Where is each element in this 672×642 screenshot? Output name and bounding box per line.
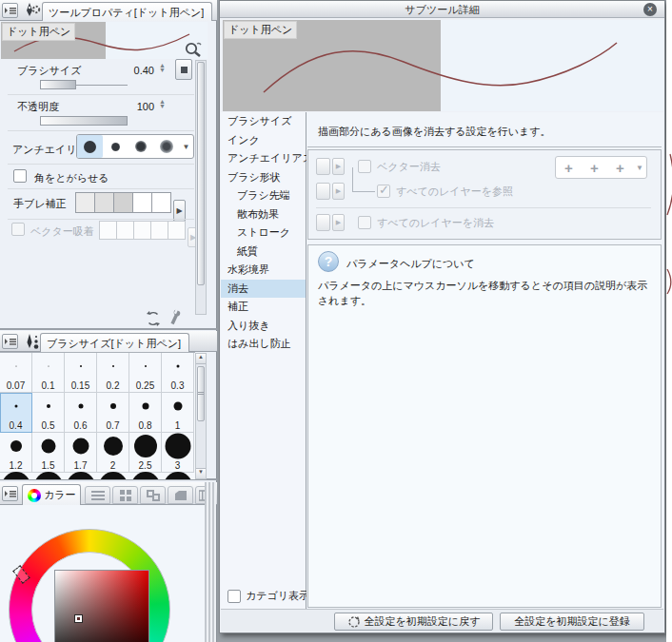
panel-menu-icon[interactable] [2, 334, 18, 349]
brush-size-cell[interactable]: 0.5 [32, 393, 65, 433]
refer-all-layers-checkbox[interactable]: ✓ [377, 185, 390, 198]
close-icon[interactable]: × [643, 3, 657, 16]
brush-size-cell[interactable]: 2.5 [129, 433, 162, 473]
erase-all-layers-label: すべてのレイヤーを消去 [377, 216, 494, 230]
category-item[interactable]: 入り抜き [221, 317, 306, 336]
brush-size-cell[interactable]: 0.15 [65, 353, 97, 393]
brush-size-cell[interactable]: 0.3 [162, 353, 194, 393]
tool-property-scrollbar[interactable] [195, 60, 207, 315]
panel-menu-icon[interactable] [2, 3, 18, 18]
brush-size-slider[interactable] [40, 80, 128, 89]
brush-size-cell-label: 0.5 [32, 420, 64, 431]
category-item[interactable]: 消去 [221, 280, 306, 299]
category-item[interactable]: 散布効果 [221, 205, 306, 224]
brush-size-cell[interactable]: 0.4 [0, 393, 32, 433]
tab-color-slider[interactable] [85, 486, 110, 504]
wrench-search-icon[interactable] [184, 41, 203, 58]
reset-defaults-icon[interactable] [145, 310, 162, 327]
category-item[interactable]: 補正 [221, 298, 306, 317]
color-tab-bar: カラー [0, 482, 217, 505]
brush-size-cell[interactable]: 1.2 [0, 433, 32, 473]
param-lock-button[interactable] [316, 214, 330, 231]
brush-size-cell[interactable]: 0.2 [97, 353, 129, 393]
brush-size-cell[interactable]: 0.7 [97, 393, 129, 433]
sv-marker[interactable] [74, 614, 83, 623]
plus-icon[interactable]: + [582, 160, 607, 176]
scroll-down-icon[interactable]: ▼ [196, 468, 206, 478]
brush-size-dynamics-button[interactable] [175, 59, 192, 80]
brush-size-value[interactable]: 0.40 [122, 65, 154, 76]
tab-color-history[interactable] [168, 486, 193, 504]
tab-intermediate-color[interactable] [140, 486, 166, 504]
brush-size-cell[interactable]: 0.8 [129, 393, 162, 433]
brush-dot [80, 365, 82, 367]
brush-dot [112, 365, 114, 367]
panel-resize-grip[interactable] [205, 482, 216, 642]
category-item[interactable]: はみ出し防止 [221, 335, 306, 354]
brush-size-cell[interactable]: 0.25 [129, 353, 162, 393]
aa-option-weak[interactable] [103, 135, 128, 158]
brush-dot [10, 440, 22, 452]
aa-option-none[interactable] [77, 135, 103, 158]
category-item[interactable]: 紙質 [221, 243, 306, 262]
category-item[interactable]: ブラシサイズ [221, 112, 306, 131]
scroll-up-icon[interactable]: ▲ [196, 354, 206, 364]
opacity-slider[interactable] [40, 116, 128, 126]
sv-square[interactable] [54, 570, 149, 642]
brush-size-cell[interactable]: 3 [162, 433, 194, 473]
category-item[interactable]: 水彩境界 [221, 261, 306, 280]
plus-icon[interactable]: + [607, 160, 633, 176]
register-all-settings-button[interactable]: 全設定を初期設定に登録 [500, 613, 644, 631]
param-expand-icon[interactable]: ▶ [332, 214, 345, 231]
category-toggle[interactable]: カテゴリ表示 [227, 589, 309, 603]
tab-color-set[interactable] [112, 486, 138, 504]
category-toggle-checkbox[interactable] [227, 590, 241, 603]
aa-dropdown-icon[interactable]: ▼ [179, 143, 193, 151]
category-item[interactable]: ストローク [221, 224, 306, 243]
param-lock-button[interactable] [316, 183, 330, 200]
brush-size-stepper[interactable]: ▲▼ [159, 63, 166, 72]
dialog-title[interactable]: サブツール詳細 [220, 1, 664, 18]
aa-option-medium[interactable] [128, 135, 154, 158]
brush-dot [104, 437, 123, 456]
brush-size-cell[interactable]: 1.7 [65, 433, 97, 473]
anti-aliasing-selector[interactable]: ▼ [76, 134, 194, 159]
brush-grid-scrollbar[interactable]: ▲ ▼ [195, 353, 207, 479]
plus-icon[interactable]: + [556, 160, 582, 176]
aa-option-strong[interactable] [153, 135, 179, 158]
plus-dropdown-icon[interactable]: ▼ [633, 164, 646, 172]
brush-size-cell[interactable]: 0.1 [32, 353, 65, 393]
sharp-corners-checkbox[interactable] [13, 169, 27, 183]
anti-aliasing-label: アンチエイリアス [12, 143, 75, 157]
brush-size-cell[interactable]: 0.6 [65, 393, 97, 433]
reset-all-settings-button[interactable]: 全設定を初期設定に戻す [334, 613, 493, 631]
tool-property-header: ツールプロパティ[ドット用ペン] [0, 0, 217, 21]
brush-size-cell[interactable]: 1 [162, 393, 194, 433]
param-lock-button[interactable] [316, 158, 330, 175]
category-item[interactable]: ブラシ先端 [221, 186, 306, 205]
vector-erase-checkbox[interactable] [358, 160, 371, 173]
register-all-label: 全設定を初期設定に登録 [514, 614, 630, 629]
wrench-icon[interactable] [168, 309, 187, 327]
category-item[interactable]: ブラシ形状 [221, 168, 306, 187]
brush-size-cell-label: 0.1 [32, 380, 64, 391]
tool-name-chip: ドット用ペン [2, 23, 75, 41]
opacity-value[interactable]: 100 [122, 101, 154, 112]
tool-name-chip: ドット用ペン [224, 21, 297, 39]
brush-size-cell[interactable]: 2 [97, 433, 129, 473]
brush-size-cell-label: 0.25 [129, 380, 161, 391]
param-expand-icon[interactable]: ▶ [332, 183, 345, 200]
opacity-stepper[interactable]: ▲▼ [159, 99, 166, 108]
brush-size-cell-label: 1.2 [0, 460, 31, 471]
category-item[interactable]: アンチエイリアス [221, 149, 306, 168]
brush-size-cell[interactable]: 0.07 [0, 353, 32, 393]
panel-menu-icon[interactable] [2, 486, 18, 501]
category-item[interactable]: インク [221, 131, 306, 150]
scroll-thumb[interactable] [197, 366, 205, 421]
erase-all-layers-checkbox[interactable] [358, 216, 371, 229]
stabilization-level[interactable]: ▶ [75, 192, 186, 222]
brush-size-cell[interactable]: 1.5 [32, 433, 65, 473]
tab-color-wheel[interactable]: カラー [22, 484, 81, 505]
param-expand-icon[interactable]: ▶ [332, 158, 345, 175]
vector-snap-checkbox[interactable] [11, 223, 25, 236]
